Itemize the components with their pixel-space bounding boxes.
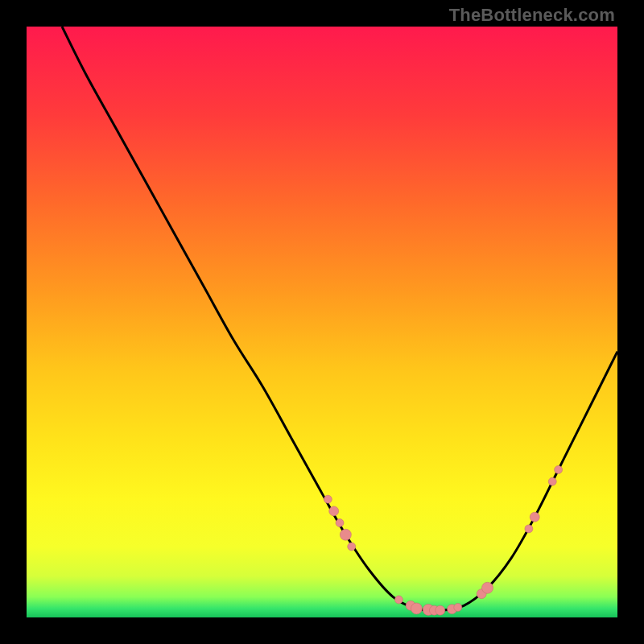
chart-frame: TheBottleneck.com: [0, 0, 644, 644]
data-marker: [482, 582, 493, 593]
data-marker: [525, 525, 533, 533]
data-marker: [411, 603, 422, 614]
watermark-text: TheBottleneck.com: [449, 5, 615, 26]
data-marker: [324, 495, 332, 503]
data-marker: [454, 604, 462, 612]
data-marker: [340, 529, 351, 540]
data-marker: [348, 543, 356, 551]
plot-area: [27, 27, 617, 617]
data-marker: [336, 519, 344, 527]
bottleneck-curve: [27, 27, 617, 617]
data-markers: [324, 466, 562, 616]
data-marker: [329, 506, 339, 516]
data-marker: [555, 466, 563, 474]
data-marker: [436, 605, 445, 615]
data-marker: [394, 596, 402, 604]
data-marker: [548, 477, 556, 485]
data-marker: [530, 512, 539, 522]
